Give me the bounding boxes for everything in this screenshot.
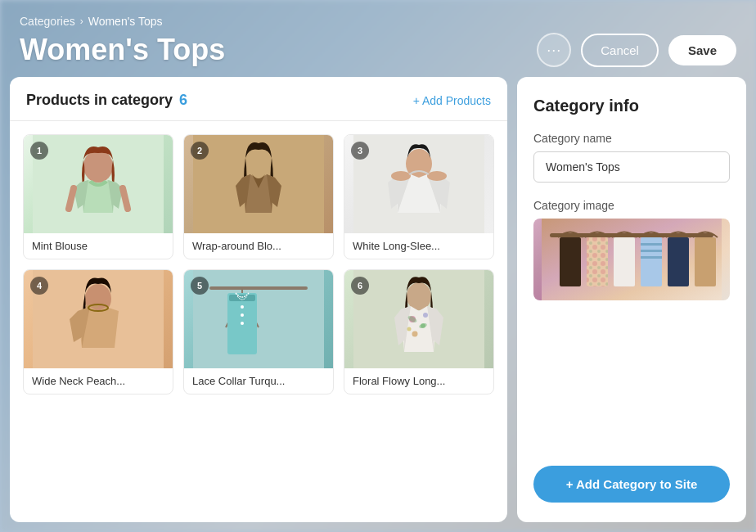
- svg-rect-17: [229, 295, 255, 301]
- add-products-link[interactable]: + Add Products: [413, 94, 491, 107]
- product-number-2: 2: [191, 142, 209, 160]
- svg-point-18: [241, 305, 244, 309]
- breadcrumb-parent[interactable]: Categories: [20, 15, 75, 28]
- product-name-6: Floral Flowy Long...: [344, 368, 493, 394]
- breadcrumb-current: Women's Tops: [88, 15, 163, 28]
- product-card-3[interactable]: 3: [344, 134, 494, 259]
- svg-point-5: [245, 149, 272, 178]
- breadcrumb: Categories › Women's Tops: [20, 15, 736, 28]
- product-image-6: 6: [344, 270, 493, 368]
- product-card-2[interactable]: 2: [183, 134, 334, 259]
- category-image-label: Category image: [533, 199, 730, 212]
- svg-point-1: [83, 150, 113, 183]
- products-count: 6: [179, 92, 187, 109]
- product-number-5: 5: [191, 277, 209, 295]
- products-title-text: Products in category: [26, 92, 173, 109]
- svg-rect-52: [695, 237, 716, 286]
- product-image-4: 4: [24, 270, 173, 368]
- svg-point-20: [241, 322, 244, 325]
- product-name-5: Lace Collar Turqu...: [184, 368, 333, 394]
- svg-rect-46: [641, 243, 662, 246]
- header-actions: ··· Cancel Save: [537, 33, 736, 67]
- product-name-2: Wrap-around Blo...: [184, 233, 333, 259]
- header-row: Women's Tops ··· Cancel Save: [20, 33, 736, 67]
- product-number-1: 1: [30, 142, 48, 160]
- product-card-4[interactable]: 4: [23, 269, 173, 394]
- svg-point-27: [407, 327, 412, 331]
- category-name-group: Category name: [533, 132, 730, 183]
- main-content: Products in category 6 + Add Products 1: [0, 77, 756, 532]
- product-image-3: 3: [344, 135, 493, 233]
- svg-point-9: [427, 171, 447, 181]
- category-image-svg: [533, 219, 730, 300]
- more-options-button[interactable]: ···: [537, 33, 571, 67]
- products-panel-header: Products in category 6 + Add Products: [10, 77, 507, 121]
- category-name-input[interactable]: [533, 151, 730, 183]
- svg-rect-48: [641, 256, 662, 259]
- category-name-label: Category name: [533, 132, 730, 145]
- add-category-button[interactable]: + Add Category to Site: [533, 466, 730, 503]
- products-grid: 1: [10, 121, 507, 408]
- svg-rect-43: [614, 237, 635, 286]
- svg-point-26: [423, 313, 428, 318]
- product-image-1: 1: [24, 135, 173, 233]
- product-card-1[interactable]: 1: [23, 134, 173, 259]
- svg-rect-50: [668, 237, 689, 286]
- svg-point-19: [241, 313, 244, 317]
- product-name-1: Mint Blouse: [24, 233, 173, 259]
- svg-point-8: [391, 171, 411, 181]
- product-number-6: 6: [351, 277, 369, 295]
- svg-point-25: [412, 331, 418, 337]
- page-header: Categories › Women's Tops Women's Tops ·…: [0, 0, 756, 77]
- product-number-4: 4: [30, 277, 48, 295]
- product-image-2: 2: [184, 135, 333, 233]
- product-card-6[interactable]: 6: [344, 269, 494, 394]
- products-panel: Products in category 6 + Add Products 1: [10, 77, 507, 522]
- cancel-button[interactable]: Cancel: [581, 34, 659, 67]
- category-info-panel: Category info Category name Category ima…: [517, 77, 746, 522]
- product-image-5: 5: [184, 270, 333, 368]
- breadcrumb-chevron-icon: ›: [80, 16, 83, 27]
- products-title: Products in category 6: [26, 92, 187, 109]
- product-card-5[interactable]: 5: [183, 269, 334, 394]
- product-number-3: 3: [351, 142, 369, 160]
- category-image-preview[interactable]: [533, 219, 730, 300]
- page-title: Women's Tops: [20, 33, 225, 67]
- product-name-4: Wide Neck Peach...: [24, 368, 173, 394]
- svg-point-22: [407, 282, 431, 310]
- svg-rect-14: [209, 286, 308, 290]
- category-image-group: Category image: [533, 199, 730, 300]
- svg-rect-36: [587, 237, 608, 286]
- save-button[interactable]: Save: [668, 35, 736, 65]
- page-container: Categories › Women's Tops Women's Tops ·…: [0, 0, 756, 532]
- svg-rect-33: [560, 237, 581, 286]
- svg-rect-13: [193, 270, 324, 368]
- category-info-title: Category info: [533, 97, 730, 115]
- svg-rect-47: [641, 250, 662, 252]
- product-name-3: White Long-Slee...: [344, 233, 493, 259]
